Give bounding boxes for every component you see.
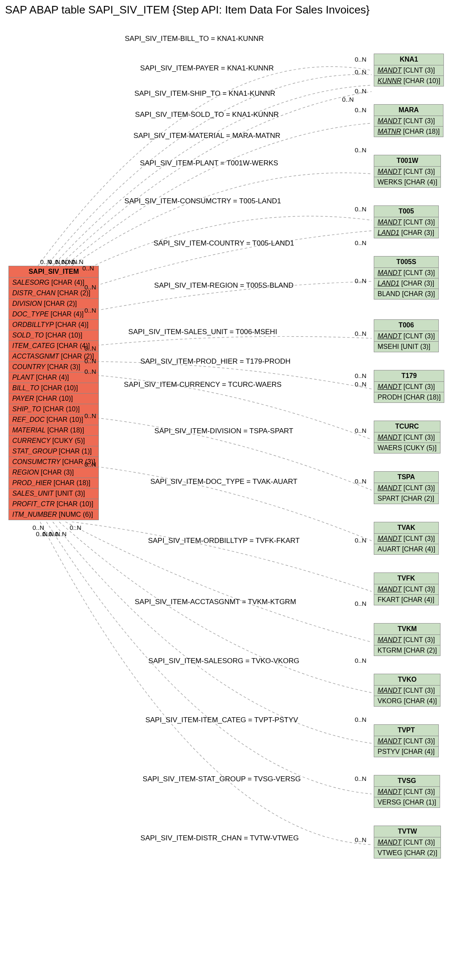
ref-field: MANDT [CLNT (3)] xyxy=(374,686,440,696)
relation-label: SAPI_SIV_ITEM-CONSUMCTRY = T005-LAND1 xyxy=(125,197,281,205)
ref-entity-name: T179 xyxy=(374,370,444,382)
ref-field: WAERS [CUKY (5)] xyxy=(374,443,440,454)
relation-label: SAPI_SIV_ITEM-PROD_HIER = T179-PRODH xyxy=(140,357,290,366)
main-field: CURRENCY [CUKY (5)] xyxy=(9,436,99,446)
ref-entity-name: TVKM xyxy=(374,624,440,635)
ref-field: VERSG [CHAR (1)] xyxy=(374,797,440,808)
relation-label: SAPI_SIV_ITEM-ACCTASGNMT = TVKM-KTGRM xyxy=(135,598,296,606)
main-field: REGION [CHAR (3)] xyxy=(9,467,99,478)
cardinality-src: 0..N xyxy=(84,461,96,468)
cardinality-src: 0..N xyxy=(84,345,96,352)
ref-entity-t006: T006MANDT [CLNT (3)]MSEHI [UNIT (3)] xyxy=(374,319,439,352)
relation-label: SAPI_SIV_ITEM-SALESORG = TVKO-VKORG xyxy=(148,657,299,665)
ref-entity-mara: MARAMANDT [CLNT (3)]MATNR [CHAR (18)] xyxy=(374,104,443,137)
ref-entity-name: T005 xyxy=(374,206,439,217)
ref-field: MANDT [CLNT (3)] xyxy=(374,635,440,645)
relation-label: SAPI_SIV_ITEM-SALES_UNIT = T006-MSEHI xyxy=(128,328,277,336)
cardinality-dst: 0..N xyxy=(355,716,367,723)
ref-field: MSEHI [UNIT (3)] xyxy=(374,342,439,352)
ref-field: MANDT [CLNT (3)] xyxy=(374,116,443,127)
ref-entity-name: TVPT xyxy=(374,725,439,736)
main-field: SOLD_TO [CHAR (10)] xyxy=(9,330,99,341)
ref-entity-tvak: TVAKMANDT [CLNT (3)]AUART [CHAR (4)] xyxy=(374,522,439,555)
ref-entity-name: TVFK xyxy=(374,573,439,584)
ref-field: MATNR [CHAR (18)] xyxy=(374,127,443,137)
cardinality-dst: 0..N xyxy=(355,657,367,664)
ref-entity-tvkm: TVKMMANDT [CLNT (3)]KTGRM [CHAR (2)] xyxy=(374,623,440,656)
cardinality-src: 0..N xyxy=(82,265,94,272)
ref-field: AUART [CHAR (4)] xyxy=(374,544,439,555)
ref-field: LAND1 [CHAR (3)] xyxy=(374,228,439,238)
ref-field: VKORG [CHAR (4)] xyxy=(374,696,440,707)
cardinality-dst: 0..N xyxy=(355,836,367,843)
ref-field: WERKS [CHAR (4)] xyxy=(374,177,441,188)
ref-entity-name: TVTW xyxy=(374,826,441,837)
cardinality-src: 0..N xyxy=(84,283,96,291)
main-field: SALES_UNIT [UNIT (3)] xyxy=(9,489,99,499)
cardinality-src: 0..N xyxy=(72,258,84,265)
relation-label: SAPI_SIV_ITEM-ORDBILLTYP = TVFK-FKART xyxy=(148,537,299,545)
ref-entity-name: TVAK xyxy=(374,522,439,534)
cardinality-dst: 0..N xyxy=(355,600,367,607)
main-field: BILL_TO [CHAR (10)] xyxy=(9,383,99,394)
ref-field: SPART [CHAR (2)] xyxy=(374,494,439,504)
ref-field: PSTYV [CHAR (4)] xyxy=(374,747,439,757)
cardinality-src: 0..N xyxy=(84,412,96,419)
ref-entity-name: KNA1 xyxy=(374,54,444,65)
cardinality-src: 0..N xyxy=(84,368,96,375)
ref-entity-tspa: TSPAMANDT [CLNT (3)]SPART [CHAR (2)] xyxy=(374,471,439,504)
cardinality-src: 0..N xyxy=(84,357,96,364)
cardinality-dst: 0..N xyxy=(355,427,367,434)
relation-label: SAPI_SIV_ITEM-SHIP_TO = KNA1-KUNNR xyxy=(134,89,275,98)
cardinality-dst: 0..N xyxy=(355,146,367,154)
ref-entity-t001w: T001WMANDT [CLNT (3)]WERKS [CHAR (4)] xyxy=(374,155,441,188)
ref-entity-name: TCURC xyxy=(374,421,440,432)
ref-field: LAND1 [CHAR (3)] xyxy=(374,278,439,289)
ref-entity-tvtw: TVTWMANDT [CLNT (3)]VTWEG [CHAR (2)] xyxy=(374,826,441,859)
cardinality-dst: 0..N xyxy=(355,106,367,113)
ref-field: MANDT [CLNT (3)] xyxy=(374,432,440,443)
ref-entity-tvsg: TVSGMANDT [CLNT (3)]VERSG [CHAR (1)] xyxy=(374,775,440,808)
ref-entity-name: TVKO xyxy=(374,674,440,686)
ref-field: MANDT [CLNT (3)] xyxy=(374,736,439,747)
ref-entity-name: T005S xyxy=(374,256,439,268)
relation-label: SAPI_SIV_ITEM-SOLD_TO = KNA1-KUNNR xyxy=(135,111,279,119)
relation-label: SAPI_SIV_ITEM-PAYER = KNA1-KUNNR xyxy=(140,64,274,73)
cardinality-dst: 0..N xyxy=(355,478,367,485)
ref-field: PRODH [CHAR (18)] xyxy=(374,392,444,403)
ref-field: KTGRM [CHAR (2)] xyxy=(374,645,440,656)
cardinality-src: 0..N xyxy=(84,307,96,314)
main-field: PAYER [CHAR (10)] xyxy=(9,394,99,404)
ref-field: MANDT [CLNT (3)] xyxy=(374,217,439,228)
ref-field: MANDT [CLNT (3)] xyxy=(374,584,439,595)
main-field: ITM_NUMBER [NUMC (6)] xyxy=(9,510,99,520)
main-field: MATERIAL [CHAR (18)] xyxy=(9,425,99,436)
main-field: STAT_GROUP [CHAR (1)] xyxy=(9,446,99,457)
ref-entity-name: TSPA xyxy=(374,472,439,483)
cardinality-src: 0..N xyxy=(55,530,67,537)
relation-label: SAPI_SIV_ITEM-BILL_TO = KNA1-KUNNR xyxy=(125,35,264,43)
ref-field: MANDT [CLNT (3)] xyxy=(374,167,441,177)
ref-entity-name: T001W xyxy=(374,155,441,167)
ref-entity-t179: T179MANDT [CLNT (3)]PRODH [CHAR (18)] xyxy=(374,370,444,403)
main-entity-table: SAPI_SIV_ITEM SALESORG [CHAR (4)]DISTR_C… xyxy=(8,266,99,520)
ref-field: VTWEG [CHAR (2)] xyxy=(374,848,441,859)
cardinality-dst: 0..N xyxy=(355,68,367,76)
ref-entity-t005s: T005SMANDT [CLNT (3)]LAND1 [CHAR (3)]BLA… xyxy=(374,256,439,300)
ref-entity-name: T006 xyxy=(374,320,439,331)
relation-label: SAPI_SIV_ITEM-CURRENCY = TCURC-WAERS xyxy=(124,381,281,389)
cardinality-dst: 0..N xyxy=(342,96,354,103)
relation-label: SAPI_SIV_ITEM-DIVISION = TSPA-SPART xyxy=(155,427,294,435)
cardinality-src: 0..N xyxy=(70,524,82,531)
relation-label: SAPI_SIV_ITEM-ITEM_CATEG = TVPT-PSTYV xyxy=(145,716,298,724)
cardinality-dst: 0..N xyxy=(355,56,367,63)
cardinality-dst: 0..N xyxy=(355,330,367,337)
ref-entity-t005: T005MANDT [CLNT (3)]LAND1 [CHAR (3)] xyxy=(374,205,439,238)
ref-field: MANDT [CLNT (3)] xyxy=(374,787,440,797)
ref-field: FKART [CHAR (4)] xyxy=(374,595,439,605)
relation-label: SAPI_SIV_ITEM-MATERIAL = MARA-MATNR xyxy=(133,132,280,140)
diagram-canvas: SAPI_SIV_ITEM SALESORG [CHAR (4)]DISTR_C… xyxy=(0,20,454,980)
ref-entity-tvpt: TVPTMANDT [CLNT (3)]PSTYV [CHAR (4)] xyxy=(374,724,439,757)
main-field: PROFIT_CTR [CHAR (10)] xyxy=(9,499,99,510)
cardinality-dst: 0..N xyxy=(355,205,367,213)
